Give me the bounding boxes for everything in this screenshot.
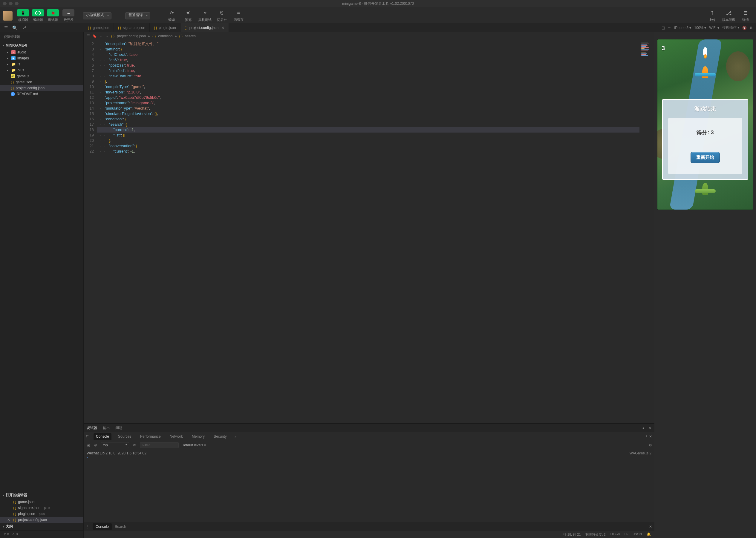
background-button[interactable]: ⎘切后台: [214, 9, 229, 22]
remote-debug-button[interactable]: ⌖真机调试: [198, 9, 213, 22]
minimize-window[interactable]: [9, 2, 13, 5]
filter-input[interactable]: [140, 442, 179, 448]
compile-mode-select[interactable]: 普通编译: [125, 12, 150, 20]
collapse-icon[interactable]: ▴: [643, 426, 644, 430]
file-tab[interactable]: { }game.json: [84, 23, 114, 32]
project-header[interactable]: ▾MINIGAME-8: [0, 42, 83, 49]
console-output[interactable]: Wechat Lib:2.10.0, 2020.1.6 16:54:02WAGa…: [84, 449, 655, 522]
mute-icon[interactable]: 🔇: [742, 26, 747, 30]
open-editor-item[interactable]: { }game.json: [0, 499, 83, 505]
eye-icon[interactable]: 👁: [132, 443, 137, 447]
maximize-window[interactable]: [15, 2, 19, 5]
simulator-screen[interactable]: 3 游戏结束 得分: 3 重新开始: [658, 39, 753, 210]
tree-folder-audio[interactable]: ▸♪audio: [0, 49, 83, 55]
tree-file-projectconfig[interactable]: { }project.config.json: [0, 85, 83, 91]
menu-icon: ☰: [742, 9, 749, 17]
devtools-tab-sources[interactable]: Sources: [116, 433, 134, 440]
gear-icon[interactable]: ⚙: [649, 443, 652, 447]
console-drawer-tab[interactable]: Console: [93, 523, 112, 530]
simulator-toggle[interactable]: 📱模拟器: [16, 9, 30, 22]
open-editor-item[interactable]: ✕{ }project.config.json: [0, 517, 83, 523]
mode-select[interactable]: 小游戏模式: [83, 12, 111, 20]
cursor-position[interactable]: 行 18, 列 21: [563, 532, 581, 537]
device-select[interactable]: iPhone 5 ▾: [674, 26, 691, 30]
clear-cache-button[interactable]: ≡清缓存: [231, 9, 246, 22]
close-drawer-icon[interactable]: ✕: [649, 524, 652, 529]
tree-folder-js[interactable]: ▸📁js: [0, 61, 83, 67]
outline-header[interactable]: ▸大纲: [0, 523, 83, 530]
eol[interactable]: LF: [624, 532, 628, 537]
warning-count[interactable]: ⚠ 0: [12, 532, 18, 536]
devtools-tab-security[interactable]: Security: [211, 433, 229, 440]
popout-icon[interactable]: ⧉: [750, 26, 752, 30]
file-tab[interactable]: { }project.config.json✕: [180, 23, 229, 32]
network-select[interactable]: WiFi ▾: [709, 26, 719, 30]
inspect-icon[interactable]: ⬚: [86, 434, 89, 439]
close-panel-icon[interactable]: ✕: [649, 426, 652, 430]
restart-button[interactable]: 重新开始: [691, 152, 720, 163]
log-source-link[interactable]: WAGame.js:2: [629, 451, 652, 455]
devtools-tab-console[interactable]: Console: [94, 433, 111, 440]
tree-file-gamejs[interactable]: JSgame.js: [0, 73, 83, 79]
error-count[interactable]: ⊘ 0: [4, 532, 9, 536]
breadcrumb[interactable]: ☰ 🔖 ← → { }project.config.json ▸ { }cond…: [84, 32, 655, 40]
devtools-menu-icon[interactable]: ⋮ ✕: [645, 434, 652, 439]
open-editors-header[interactable]: ▾打开的编辑器: [0, 491, 83, 499]
player-plane-sprite: [695, 183, 716, 198]
problems-tab[interactable]: 问题: [115, 425, 122, 431]
file-tab[interactable]: { }plugin.json: [150, 23, 180, 32]
user-avatar[interactable]: [3, 11, 13, 21]
tree-folder-images[interactable]: ▸▣images: [0, 55, 83, 61]
compile-button[interactable]: ⟳编译: [164, 9, 179, 22]
bookmark-icon[interactable]: 🔖: [92, 34, 97, 38]
upload-button[interactable]: ⤒上传: [705, 9, 720, 22]
encoding[interactable]: UTF-8: [610, 532, 620, 537]
version-button[interactable]: ⎇版本管理: [721, 9, 736, 22]
more-tabs-icon[interactable]: »: [234, 434, 236, 439]
nav-fwd-icon[interactable]: →: [105, 34, 109, 38]
split-editor-icon[interactable]: ◫: [662, 26, 665, 30]
tree-folder-plus[interactable]: ▸📁plus: [0, 67, 83, 73]
levels-select[interactable]: Default levels ▾: [182, 443, 206, 447]
play-icon[interactable]: ▣: [86, 443, 91, 447]
more-icon[interactable]: ⋯: [668, 26, 671, 30]
sim-action-select[interactable]: 模拟操作 ▾: [722, 25, 739, 30]
close-tab-icon[interactable]: ✕: [221, 26, 224, 30]
devtools-tab-performance[interactable]: Performance: [138, 433, 163, 440]
code-editor[interactable]: · "description": "项目配置文件。",· "setting": …: [97, 40, 640, 423]
open-editor-item[interactable]: { }plugin.jsonplus: [0, 511, 83, 517]
open-editor-item[interactable]: { }signature.jsonplus: [0, 505, 83, 511]
editor-toggle[interactable]: ❮/❯编辑器: [31, 9, 45, 22]
json-file-icon: { }: [13, 518, 16, 521]
preview-button[interactable]: 👁预览: [181, 9, 196, 22]
line-gutter[interactable]: 2345678910111213141516171819202122: [84, 40, 97, 423]
list-icon[interactable]: ☰: [4, 26, 8, 30]
tree-file-readme[interactable]: iREADME.md: [0, 91, 83, 97]
debugger-tab[interactable]: 调试器: [87, 425, 97, 431]
cloud-dev-button[interactable]: ☁云开发: [62, 9, 75, 22]
devtools-tab-memory[interactable]: Memory: [189, 433, 207, 440]
search-icon[interactable]: 🔍: [12, 26, 17, 30]
debugger-toggle[interactable]: 🐞调试器: [46, 9, 60, 22]
more-icon[interactable]: ⋮: [86, 524, 90, 529]
zoom-select[interactable]: 100% ▾: [694, 26, 706, 30]
devtools-tab-network[interactable]: Network: [167, 433, 185, 440]
branch-icon[interactable]: ⎇: [22, 26, 26, 30]
close-window[interactable]: [3, 2, 7, 5]
language-mode[interactable]: JSON: [633, 532, 642, 537]
file-tab[interactable]: { }signature.json: [114, 23, 150, 32]
bug-icon: ⌖: [201, 9, 209, 17]
search-drawer-tab[interactable]: Search: [115, 524, 126, 529]
tree-file-gamejson[interactable]: { }game.json: [0, 79, 83, 85]
json-file-icon: { }: [88, 26, 91, 29]
nav-back-icon[interactable]: ←: [99, 34, 103, 38]
context-select[interactable]: top: [101, 442, 129, 448]
clear-console-icon[interactable]: ⊘: [94, 443, 98, 447]
close-icon[interactable]: ✕: [7, 518, 11, 522]
tab-size[interactable]: 制表符长度: 2: [585, 532, 605, 537]
details-button[interactable]: ☰详情: [738, 9, 753, 22]
list-icon[interactable]: ☰: [87, 34, 90, 38]
output-tab[interactable]: 输出: [103, 425, 110, 431]
bell-icon[interactable]: 🔔: [647, 532, 651, 537]
minimap[interactable]: [640, 40, 655, 423]
